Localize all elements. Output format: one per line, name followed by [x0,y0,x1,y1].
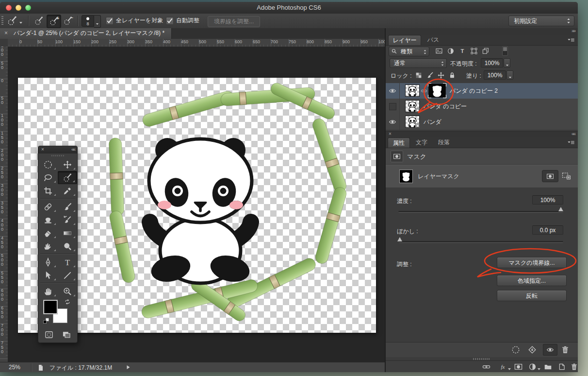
line-tool[interactable] [58,269,77,282]
filter-adjustment-layers-icon[interactable] [447,47,455,55]
add-layer-mask-icon[interactable] [514,362,523,371]
close-panel-icon[interactable]: × [389,131,392,137]
current-tool-button[interactable] [7,15,23,27]
select-layer-mask-button[interactable] [542,170,558,182]
layer-filter-dropdown[interactable]: 種類 [389,47,429,56]
filter-shape-layers-icon[interactable] [470,47,478,55]
new-group-icon[interactable] [543,362,553,371]
panel-resize-grip[interactable] [473,358,490,360]
default-colors-icon[interactable] [42,317,50,325]
refine-edge-button-disabled[interactable]: 境界線を調整... [208,16,260,27]
move-tool[interactable] [58,158,77,171]
sample-all-layers-checkbox[interactable]: 全レイヤーを対象 [106,17,163,25]
elliptical-marquee-tool[interactable] [38,158,58,171]
subtract-from-selection-mode-button[interactable]: − [61,15,75,27]
layer-name[interactable]: パンダ [424,118,441,126]
new-layer-icon[interactable] [557,362,566,371]
filter-type-layers-icon[interactable]: T [458,47,466,55]
auto-enhance-checkbox[interactable]: 自動調整 [166,17,199,25]
screen-mode-button[interactable] [61,329,72,340]
layer-visibility-toggle[interactable] [386,114,400,130]
feather-value[interactable]: 0.0 px [532,225,563,235]
pen-tool[interactable] [38,256,58,269]
adjustment-layer-icon[interactable] [528,362,537,371]
apply-mask-icon[interactable] [527,345,537,355]
fill-value[interactable]: 100% [484,70,506,80]
smudge-tool[interactable] [38,239,58,253]
feather-slider[interactable] [398,241,563,243]
blend-mode-dropdown[interactable]: 通常 [390,58,447,68]
panel-menu-icon[interactable] [567,139,575,147]
density-value[interactable]: 100% [532,195,563,205]
mask-link-icon[interactable] [421,87,427,94]
invert-button[interactable]: 反転 [497,290,567,301]
layer-row[interactable]: パンダ のコピー [386,99,578,115]
tools-palette-header[interactable]: × «« [38,146,77,154]
tab-layers[interactable]: レイヤー [388,35,421,45]
tab-properties[interactable]: 属性 [388,137,410,148]
zoom-tool[interactable] [58,285,77,298]
enable-mask-button[interactable] [543,344,557,356]
feather-slider-thumb[interactable] [397,237,402,241]
panel-menu-icon[interactable] [567,36,575,44]
layer-thumbnail[interactable] [405,116,420,128]
brush-tool[interactable] [58,200,77,213]
layer-filter-toggle[interactable] [502,46,508,56]
lasso-tool[interactable] [38,171,58,184]
delete-layer-icon[interactable] [570,362,578,371]
lock-all-icon[interactable] [448,71,456,79]
path-selection-tool[interactable] [38,269,58,282]
lock-pixels-icon[interactable] [426,71,434,79]
document-tab[interactable]: × パンダ-1 @ 25% (パンダ のコピー 2, レイヤーマスク/8) * [0,28,172,39]
mask-edge-button[interactable]: マスクの境界線... [497,257,567,268]
zoom-level[interactable]: 25% [9,364,20,371]
collapse-panel-icon[interactable]: «« [572,131,575,137]
gradient-tool[interactable] [58,226,77,239]
expand-dock-icon[interactable]: »» [572,28,575,34]
workspace-selector[interactable]: 初期設定 [508,16,574,26]
new-selection-mode-button[interactable] [32,15,46,27]
swap-colors-icon[interactable] [64,299,71,307]
quick-mask-mode-button[interactable] [43,329,55,340]
clone-stamp-tool[interactable] [38,213,58,226]
load-selection-from-mask-icon[interactable] [511,345,521,355]
dodge-tool[interactable] [58,239,77,253]
layer-visibility-toggle[interactable] [386,83,400,99]
layer-style-icon[interactable]: fx [498,362,507,371]
quick-selection-tool[interactable] [58,171,77,184]
history-brush-tool[interactable] [58,213,77,226]
layer-thumbnail[interactable] [405,85,420,97]
add-vector-mask-icon[interactable] [561,171,571,181]
spot-healing-brush-tool[interactable] [38,200,58,213]
palette-grip[interactable] [38,154,77,158]
density-slider[interactable] [398,211,563,213]
close-tab-icon[interactable]: × [4,28,8,38]
lock-transparency-icon[interactable] [415,71,423,79]
hand-tool[interactable] [38,285,58,298]
opacity-dropdown[interactable] [504,58,510,68]
filter-pixel-layers-icon[interactable] [435,47,443,55]
collapse-panel-icon[interactable]: «« [71,147,75,152]
filter-smart-objects-icon[interactable] [482,47,490,55]
crop-tool[interactable] [38,184,58,197]
tab-paths[interactable]: パス [422,35,444,45]
canvas-pasteboard[interactable]: × «« T [8,47,385,362]
brush-picker-dropdown[interactable] [94,15,101,28]
tab-character[interactable]: 文字 [411,137,432,148]
type-tool[interactable]: T [58,256,77,269]
tab-paragraph[interactable]: 段落 [433,137,455,148]
delete-mask-icon[interactable] [560,345,570,355]
eyedropper-tool[interactable] [58,184,77,197]
opacity-value[interactable]: 100% [481,58,503,68]
link-layers-icon[interactable] [482,362,491,371]
layer-name[interactable]: パンダ のコピー [424,103,467,111]
layer-visibility-toggle[interactable] [386,99,400,114]
layer-name[interactable]: パンダ のコピー 2 [450,87,498,95]
fill-dropdown[interactable] [506,70,513,80]
layer-row[interactable]: パンダ [386,114,578,130]
brush-size-preview[interactable]: 8 [82,15,94,27]
color-range-button[interactable]: 色域指定... [497,275,567,286]
status-menu-arrow-icon[interactable] [125,364,131,370]
options-bar-grip[interactable] [1,16,3,26]
close-panel-icon[interactable]: × [41,147,44,152]
